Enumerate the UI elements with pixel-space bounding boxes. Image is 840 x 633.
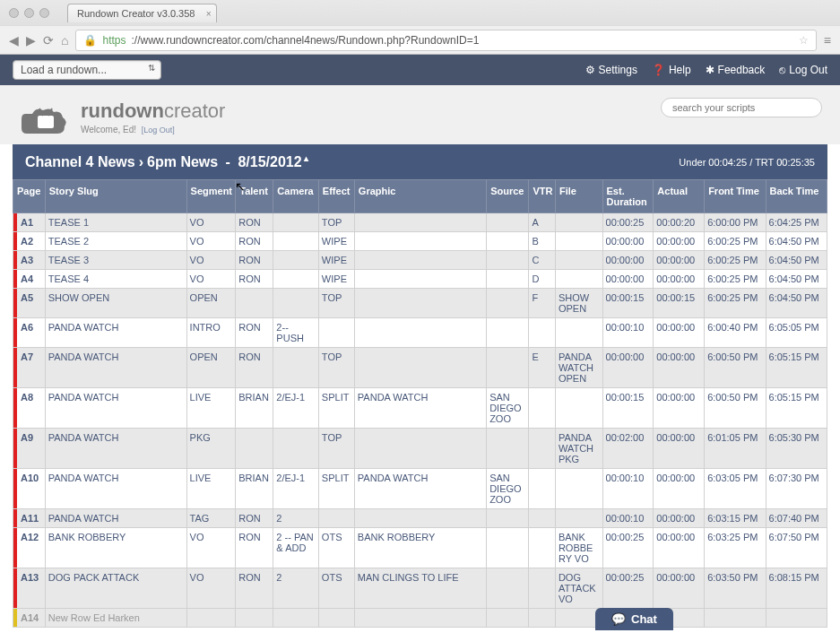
cell-effect[interactable]: TOP (318, 429, 354, 469)
url-box[interactable]: 🔒 https://www.rundowncreator.com/channel… (75, 30, 816, 51)
cell-front[interactable]: 6:03:15 PM (705, 509, 766, 528)
cell-file[interactable] (555, 232, 602, 251)
cell-source[interactable] (487, 528, 529, 568)
cell-vtr[interactable] (529, 609, 555, 628)
cell-talent[interactable] (236, 429, 273, 469)
table-row[interactable]: A10PANDA WATCHLIVEBRIAN2/EJ-1SPLITPANDA … (13, 469, 827, 509)
cell-file[interactable] (555, 251, 602, 270)
column-header[interactable]: Source (487, 180, 529, 213)
cell-source[interactable] (487, 270, 529, 289)
cell-page[interactable]: A1 (13, 213, 46, 232)
cell-camera[interactable] (273, 429, 319, 469)
cell-camera[interactable] (273, 609, 319, 628)
cell-talent[interactable]: RON (236, 213, 273, 232)
triangle-icon[interactable]: ▴ (302, 153, 309, 163)
cell-back[interactable]: 6:04:50 PM (766, 270, 827, 289)
cell-segment[interactable]: VO (186, 251, 236, 270)
cell-camera[interactable] (273, 232, 319, 251)
cell-back[interactable]: 6:07:50 PM (766, 528, 827, 568)
cell-effect[interactable]: OTS (318, 528, 354, 568)
cell-segment[interactable]: VO (186, 232, 236, 251)
cell-vtr[interactable] (529, 568, 555, 609)
cell-page[interactable]: A7 (13, 348, 46, 388)
cell-graphic[interactable] (354, 348, 486, 388)
cell-slug[interactable]: DOG PACK ATTACK (45, 568, 186, 609)
cell-graphic[interactable]: MAN CLINGS TO LIFE (354, 568, 486, 609)
cell-slug[interactable]: SHOW OPEN (45, 289, 186, 318)
chat-button[interactable]: 💬 Chat (595, 608, 673, 628)
cell-segment[interactable]: VO (186, 270, 236, 289)
cell-back[interactable]: 6:05:05 PM (766, 318, 827, 348)
cell-source[interactable] (487, 251, 529, 270)
cell-vtr[interactable] (529, 509, 555, 528)
column-header[interactable]: Graphic (354, 180, 486, 213)
cell-talent[interactable]: RON (236, 318, 273, 348)
cell-back[interactable]: 6:07:40 PM (766, 509, 827, 528)
cell-slug[interactable]: PANDA WATCH (45, 388, 186, 429)
cell-est[interactable]: 00:00:15 (602, 289, 654, 318)
window-close[interactable] (9, 8, 19, 18)
cell-segment[interactable]: LIVE (186, 388, 236, 429)
cell-vtr[interactable] (529, 528, 555, 568)
column-header[interactable]: Actual (654, 180, 705, 213)
cell-talent[interactable]: RON (236, 509, 273, 528)
cell-actual[interactable]: 00:00:00 (654, 251, 705, 270)
cell-effect[interactable] (318, 318, 354, 348)
cell-est[interactable]: 00:00:00 (602, 270, 654, 289)
cell-vtr[interactable]: C (529, 251, 555, 270)
cell-slug[interactable]: New Row Ed Harken (45, 609, 186, 628)
search-input[interactable] (661, 98, 822, 117)
cell-back[interactable] (766, 609, 827, 628)
cell-source[interactable] (487, 509, 529, 528)
cell-est[interactable]: 00:00:10 (602, 469, 654, 509)
cell-est[interactable]: 00:00:10 (602, 509, 654, 528)
cell-camera[interactable] (273, 251, 319, 270)
cell-file[interactable]: SHOW OPEN (555, 289, 602, 318)
cell-back[interactable]: 6:05:15 PM (766, 388, 827, 429)
cell-segment[interactable]: INTRO (186, 318, 236, 348)
table-row[interactable]: A4TEASE 4VORONWIPED00:00:0000:00:006:00:… (13, 270, 827, 289)
feedback-link[interactable]: ✱Feedback (706, 64, 766, 76)
cell-source[interactable] (487, 232, 529, 251)
cell-est[interactable]: 00:00:25 (602, 528, 654, 568)
cell-actual[interactable]: 00:00:00 (654, 388, 705, 429)
cell-effect[interactable]: WIPE (318, 270, 354, 289)
cell-file[interactable]: PANDA WATCH PKG (555, 429, 602, 469)
cell-camera[interactable] (273, 270, 319, 289)
cell-graphic[interactable] (354, 318, 486, 348)
logout-link[interactable]: ⎋Log Out (779, 64, 827, 76)
table-row[interactable]: A5SHOW OPENOPENTOPFSHOW OPEN00:00:1500:0… (13, 289, 827, 318)
table-row[interactable]: A7PANDA WATCHOPENRONTOPEPANDA WATCH OPEN… (13, 348, 827, 388)
cell-segment[interactable]: OPEN (186, 289, 236, 318)
cell-graphic[interactable]: PANDA WATCH (354, 469, 486, 509)
cell-actual[interactable]: 00:00:00 (654, 469, 705, 509)
cell-file[interactable] (555, 509, 602, 528)
cell-camera[interactable] (273, 289, 319, 318)
cell-camera[interactable] (273, 348, 319, 388)
cell-slug[interactable]: TEASE 1 (45, 213, 186, 232)
cell-graphic[interactable] (354, 429, 486, 469)
cell-page[interactable]: A11 (13, 509, 46, 528)
cell-page[interactable]: A10 (13, 469, 46, 509)
cell-front[interactable]: 6:00:40 PM (705, 318, 766, 348)
cell-est[interactable]: 00:00:15 (602, 388, 654, 429)
cell-slug[interactable]: PANDA WATCH (45, 509, 186, 528)
cell-vtr[interactable] (529, 388, 555, 429)
cell-effect[interactable]: OTS (318, 568, 354, 609)
cell-vtr[interactable]: D (529, 270, 555, 289)
close-icon[interactable]: × (206, 9, 212, 19)
table-row[interactable]: A1TEASE 1VORONTOPA00:00:2500:00:206:00:0… (13, 213, 827, 232)
cell-back[interactable]: 6:04:25 PM (766, 213, 827, 232)
cell-actual[interactable]: 00:00:00 (654, 429, 705, 469)
cell-segment[interactable]: VO (186, 528, 236, 568)
cell-graphic[interactable] (354, 270, 486, 289)
cell-file[interactable]: BANK ROBBERY VO (555, 528, 602, 568)
cell-graphic[interactable] (354, 251, 486, 270)
cell-effect[interactable]: TOP (318, 348, 354, 388)
cell-file[interactable]: PANDA WATCH OPEN (555, 348, 602, 388)
cell-actual[interactable]: 00:00:20 (654, 213, 705, 232)
cell-actual[interactable]: 00:00:00 (654, 270, 705, 289)
table-row[interactable]: A14New Row Ed Harken (13, 609, 827, 628)
cell-slug[interactable]: BANK ROBBERY (45, 528, 186, 568)
cell-actual[interactable]: 00:00:00 (654, 568, 705, 609)
